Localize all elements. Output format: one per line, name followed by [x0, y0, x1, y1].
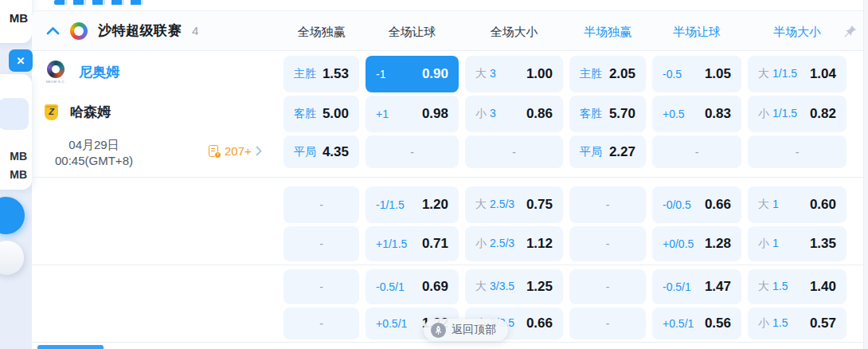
- next-section-fragment: [37, 345, 104, 349]
- market-tab[interactable]: 全场大小: [465, 24, 563, 40]
- odds-cell[interactable]: -10.90: [366, 56, 459, 92]
- odds-cell-empty: -: [569, 269, 646, 304]
- rocket-icon: [431, 323, 446, 338]
- back-to-top-label: 返回顶部: [452, 323, 496, 337]
- scrollbar-track[interactable]: [863, 0, 868, 349]
- league-header-left: 沙特超级联赛 4: [46, 11, 198, 50]
- league-logo: [70, 22, 88, 40]
- odds-cell[interactable]: +10.98: [366, 96, 459, 132]
- home-team-row: NEOM S.C. 尼奥姆: [43, 61, 119, 84]
- match-date: 04月29日: [35, 137, 153, 153]
- odds-cell[interactable]: 平局2.27: [569, 135, 646, 168]
- download-card-top: MB: [0, 0, 32, 43]
- back-to-top-button[interactable]: 返回顶部: [424, 319, 508, 341]
- odds-cell[interactable]: 客胜5.70: [569, 96, 646, 132]
- more-markets-link[interactable]: 207+: [208, 144, 262, 158]
- odds-cell-empty: -: [283, 226, 359, 261]
- odds-cell[interactable]: 客胜5.00: [283, 96, 359, 132]
- away-team-name: 哈森姆: [70, 103, 111, 121]
- file-size-label: MB: [10, 11, 28, 25]
- file-size-label: MB: [10, 168, 27, 181]
- odds-cell[interactable]: +0.5/10.56: [652, 308, 741, 339]
- market-tab[interactable]: 半场让球: [652, 24, 741, 40]
- away-team-crest-icon: Z: [45, 104, 58, 120]
- odds-cell[interactable]: +0/0.51.28: [652, 226, 741, 261]
- odds-cell[interactable]: -0.5/11.47: [652, 269, 741, 304]
- odds-cell[interactable]: 主胜2.05: [569, 56, 646, 92]
- markets-count: 207+: [225, 144, 252, 158]
- chevron-up-icon[interactable]: [46, 26, 60, 35]
- odds-cell[interactable]: 小30.86: [465, 96, 563, 132]
- odds-cell-empty: -: [569, 308, 646, 339]
- odds-cell[interactable]: 小1/1.50.82: [748, 96, 846, 132]
- download-card: MB MB: [0, 74, 32, 190]
- match-datetime: 04月29日 00:45(GMT+8): [35, 137, 153, 170]
- market-tab[interactable]: 半场独赢: [569, 24, 646, 40]
- odds-cell[interactable]: -0.5/10.69: [366, 269, 459, 304]
- odds-cell[interactable]: +0.50.83: [652, 96, 741, 132]
- odds-cell[interactable]: 平局4.35: [283, 135, 359, 168]
- odds-cell[interactable]: -1/1.51.20: [366, 186, 459, 223]
- odds-cell-empty: -: [652, 135, 741, 168]
- away-team-row: Z 哈森姆: [45, 103, 111, 121]
- chevron-right-icon: [256, 146, 262, 156]
- odds-cell[interactable]: 小1.50.57: [748, 308, 846, 339]
- left-sidebar-fragment: MB ✕ MB MB: [0, 0, 32, 349]
- home-team-crest-icon: [47, 61, 65, 78]
- odds-cell-empty: -: [465, 135, 563, 168]
- close-button[interactable]: ✕: [9, 49, 33, 72]
- match-time: 00:45(GMT+8): [35, 153, 153, 169]
- odds-cell[interactable]: 大1.51.40: [748, 269, 846, 304]
- odds-cell[interactable]: 主胜1.53: [283, 56, 359, 92]
- floating-secondary-button[interactable]: [0, 241, 24, 275]
- odds-cell[interactable]: 大31.00: [465, 56, 563, 92]
- odds-cell-empty: -: [366, 135, 459, 168]
- group-divider: [32, 342, 864, 343]
- home-team-logo: NEOM S.C.: [43, 61, 68, 84]
- close-icon: ✕: [17, 55, 25, 67]
- odds-cell-empty: -: [569, 186, 646, 223]
- clipped-tab-text-fragment: [54, 0, 143, 5]
- odds-cell[interactable]: 大10.60: [748, 186, 846, 223]
- match-count: 4: [192, 24, 198, 37]
- odds-cell-empty: -: [748, 135, 846, 168]
- league-title: 沙特超级联赛: [98, 22, 182, 40]
- odds-cell[interactable]: 大1/1.51.04: [748, 56, 846, 92]
- odds-cell[interactable]: 小2.5/31.12: [465, 226, 563, 261]
- floating-action-button[interactable]: [0, 197, 25, 234]
- odds-cell[interactable]: 小11.35: [748, 226, 846, 261]
- odds-cell-empty: -: [283, 269, 359, 304]
- home-team-name: 尼奥姆: [79, 63, 119, 81]
- market-tab[interactable]: 全场独赢: [283, 24, 359, 40]
- odds-cell[interactable]: -0/0.50.66: [652, 186, 741, 223]
- markets-list-icon: [208, 145, 221, 158]
- odds-cell-empty: -: [569, 226, 646, 261]
- betting-odds-page: MB ✕ MB MB 沙特超级联赛 4 全场独赢全场让球全场大小半场独赢半场让球…: [0, 0, 868, 349]
- home-team-logo-caption: NEOM S.C.: [46, 80, 66, 84]
- odds-cell-empty: -: [283, 308, 359, 339]
- group-divider: [32, 177, 864, 178]
- odds-cell[interactable]: +1/1.50.71: [366, 226, 459, 261]
- app-thumbnail: [0, 98, 29, 130]
- group-divider: [32, 265, 864, 265]
- away-team-crest-glyph: Z: [49, 108, 54, 116]
- market-tab[interactable]: 全场让球: [366, 24, 459, 40]
- pin-icon[interactable]: [843, 24, 858, 39]
- odds-cell[interactable]: 大2.5/30.75: [465, 186, 563, 223]
- league-header: 沙特超级联赛 4 全场独赢全场让球全场大小半场独赢半场让球半场大小: [32, 10, 864, 51]
- odds-cell[interactable]: -0.51.05: [652, 56, 741, 92]
- odds-cell-empty: -: [283, 186, 359, 223]
- market-tab[interactable]: 半场大小: [748, 24, 846, 40]
- file-size-label: MB: [10, 150, 27, 163]
- odds-cell[interactable]: 大3/3.51.25: [465, 269, 563, 304]
